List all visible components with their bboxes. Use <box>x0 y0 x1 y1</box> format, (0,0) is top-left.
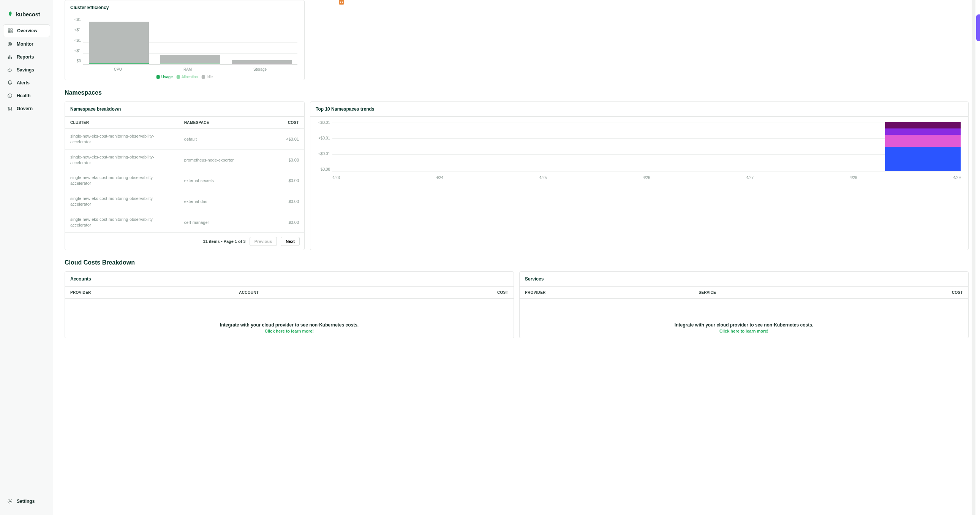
cell-cost: $0.00 <box>269 170 304 191</box>
section-title-namespaces: Namespaces <box>65 89 969 96</box>
nav-item-health[interactable]: Health <box>3 90 50 102</box>
x-axis: 4/23 4/24 4/25 4/26 4/27 4/28 4/29 <box>332 175 961 180</box>
logo[interactable]: kubecost <box>3 8 50 24</box>
svg-point-18 <box>10 109 10 110</box>
namespace-table: CLUSTER NAMESPACE COST single-new-eks-co… <box>65 117 304 233</box>
svg-rect-8 <box>11 57 12 59</box>
bars-icon <box>7 54 13 60</box>
cell-cost: $0.00 <box>269 149 304 170</box>
y-axis: <$0.01 <$0.01 <$0.01 $0.00 <box>310 121 330 171</box>
y-tick: <$1 <box>75 18 81 22</box>
plot-area <box>83 20 298 65</box>
learn-more-link[interactable]: Click here to learn more! <box>527 329 961 333</box>
cell-namespace: default <box>179 129 269 150</box>
cell-cost: <$0.01 <box>269 129 304 150</box>
y-tick: <$0.01 <box>318 151 330 156</box>
next-button[interactable]: Next <box>281 237 300 246</box>
table-row[interactable]: single-new-eks-cost-monitoring-observabi… <box>65 191 304 212</box>
x-label: Storage <box>253 67 267 72</box>
logo-text: kubecost <box>16 11 40 18</box>
col-header-cluster[interactable]: CLUSTER <box>65 117 179 129</box>
svg-point-17 <box>8 108 9 108</box>
nav-item-monitor[interactable]: Monitor <box>3 38 50 50</box>
col-header-cost[interactable]: COST <box>397 287 514 299</box>
x-label: 4/27 <box>746 175 754 180</box>
col-header-provider[interactable]: PROVIDER <box>520 287 693 299</box>
sidebar: kubecost Overview Monitor Reports Saving… <box>0 0 53 515</box>
cell-namespace: prometheus-node-exporter <box>179 149 269 170</box>
x-label: 4/23 <box>332 175 340 180</box>
cell-cluster: single-new-eks-cost-monitoring-observabi… <box>65 191 179 212</box>
svg-point-5 <box>9 43 11 45</box>
legend-label[interactable]: Allocation <box>181 75 198 79</box>
svg-point-20 <box>9 501 11 502</box>
table-row[interactable]: single-new-eks-cost-monitoring-observabi… <box>65 129 304 150</box>
nav-item-overview[interactable]: Overview <box>3 24 50 37</box>
info-icon <box>7 93 13 99</box>
x-label: RAM <box>183 67 192 72</box>
table-row[interactable]: single-new-eks-cost-monitoring-observabi… <box>65 149 304 170</box>
plot-area <box>332 122 961 171</box>
scrollbar-track[interactable] <box>972 0 975 515</box>
learn-more-link[interactable]: Click here to learn more! <box>73 329 506 333</box>
cell-namespace: external-dns <box>179 191 269 212</box>
nav-item-reports[interactable]: Reports <box>3 51 50 63</box>
notification-badge-icon[interactable] <box>339 0 344 5</box>
cell-cluster: single-new-eks-cost-monitoring-observabi… <box>65 149 179 170</box>
nav-label: Reports <box>17 54 34 60</box>
svg-rect-0 <box>8 29 10 30</box>
kubecost-logo-icon <box>7 11 14 18</box>
grid-icon <box>7 28 13 34</box>
card-title: Services <box>525 276 963 282</box>
col-header-service[interactable]: SERVICE <box>693 287 848 299</box>
accounts-card: Accounts PROVIDER ACCOUNT COST Integrate… <box>65 271 514 338</box>
svg-rect-6 <box>8 57 9 59</box>
table-row[interactable]: single-new-eks-cost-monitoring-observabi… <box>65 170 304 191</box>
table-row[interactable]: single-new-eks-cost-monitoring-observabi… <box>65 212 304 233</box>
main-content: Cluster Efficiency <$1 <$1 <$1 <$1 $0 <box>53 0 980 515</box>
table-footer: 11 items • Page 1 of 3 Previous Next <box>65 233 304 250</box>
nav-label: Settings <box>17 499 35 504</box>
card-title: Cluster Efficiency <box>70 5 299 10</box>
page-info: 11 items • Page 1 of 3 <box>203 239 246 244</box>
feedback-tab-icon[interactable] <box>976 14 980 41</box>
col-header-provider[interactable]: PROVIDER <box>65 287 234 299</box>
cell-cost: $0.00 <box>269 191 304 212</box>
nav-item-alerts[interactable]: Alerts <box>3 77 50 89</box>
namespace-breakdown-card: Namespace breakdown CLUSTER NAMESPACE CO… <box>65 102 305 250</box>
nav-item-govern[interactable]: Govern <box>3 103 50 115</box>
col-header-cost[interactable]: COST <box>269 117 304 129</box>
y-tick: <$0.01 <box>318 121 330 125</box>
cell-cluster: single-new-eks-cost-monitoring-observabi… <box>65 170 179 191</box>
svg-rect-2 <box>8 31 10 33</box>
legend-label[interactable]: Idle <box>207 75 213 79</box>
cell-cluster: single-new-eks-cost-monitoring-observabi… <box>65 212 179 233</box>
empty-state: Integrate with your cloud provider to se… <box>65 299 514 338</box>
bell-icon <box>7 80 13 86</box>
accounts-table: PROVIDER ACCOUNT COST <box>65 287 514 299</box>
cell-namespace: external-secrets <box>179 170 269 191</box>
nav-item-settings[interactable]: Settings <box>3 495 50 507</box>
empty-text: Integrate with your cloud provider to se… <box>73 322 506 328</box>
y-tick: <$1 <box>75 28 81 32</box>
svg-point-9 <box>8 69 11 72</box>
nav-label: Health <box>17 93 31 99</box>
previous-button[interactable]: Previous <box>250 237 277 246</box>
cell-cluster: single-new-eks-cost-monitoring-observabi… <box>65 129 179 150</box>
nav-label: Alerts <box>17 80 30 86</box>
y-tick: <$1 <box>75 38 81 43</box>
sliders-icon <box>7 106 13 112</box>
nav-item-savings[interactable]: Savings <box>3 64 50 76</box>
cluster-efficiency-card: Cluster Efficiency <$1 <$1 <$1 <$1 $0 <box>65 0 305 80</box>
cluster-efficiency-chart: <$1 <$1 <$1 <$1 $0 <box>65 15 304 80</box>
nav-label: Monitor <box>17 41 33 47</box>
legend-label[interactable]: Usage <box>161 75 173 79</box>
chart-legend: Usage Allocation Idle <box>156 75 213 79</box>
col-header-cost[interactable]: COST <box>849 287 968 299</box>
x-label: 4/25 <box>539 175 547 180</box>
col-header-account[interactable]: ACCOUNT <box>234 287 397 299</box>
col-header-namespace[interactable]: NAMESPACE <box>179 117 269 129</box>
nav-label: Overview <box>17 28 37 33</box>
cell-cost: $0.00 <box>269 212 304 233</box>
services-card: Services PROVIDER SERVICE COST Integrate… <box>519 271 969 338</box>
